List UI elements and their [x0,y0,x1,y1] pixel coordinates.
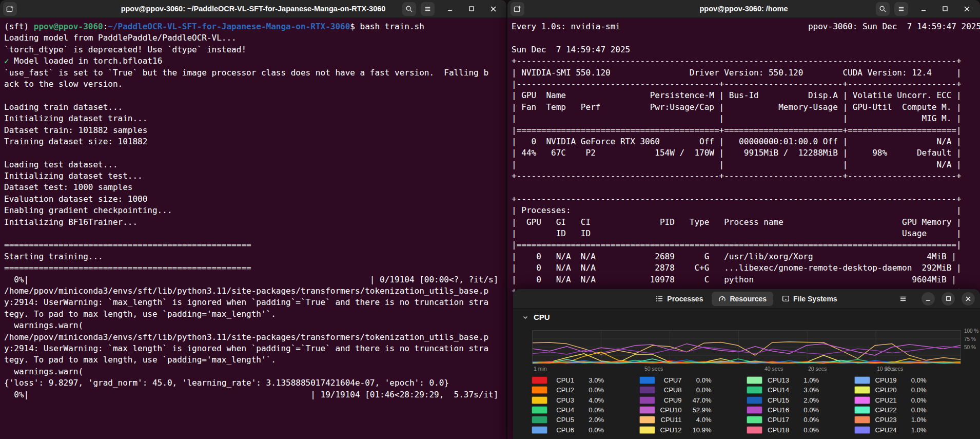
terminal-line: | GPU Name Persistence-M | Bus-Id Disp.A… [512,90,980,101]
new-tab-icon [514,5,521,13]
cpu-color-swatch [747,376,762,384]
cpu-legend-item: CPU60.0% [532,425,639,434]
maximize-button[interactable] [465,3,478,15]
primary-menu-button[interactable] [896,292,910,306]
terminal-line: +---------------------------------------… [512,55,980,67]
cpu-color-swatch [639,386,655,394]
cpu-color-swatch [854,406,870,414]
close-button[interactable] [962,292,975,306]
cpu-usage-value: 3.0% [574,376,604,384]
cpu-legend-item: CPU114.0% [639,415,747,425]
terminal-line: | | | N/A | [512,159,980,170]
minimize-button[interactable] [917,3,930,15]
terminal-line: 0%| | 19/19104 [01:46<28:29:29, 5.37s/it… [4,389,506,400]
cpu-name: CPU4 [547,406,574,414]
terminal-output-nvidia-smi[interactable]: Every 1.0s: nvidia-smi ppov-3060: Sun De… [507,18,980,297]
terminal-line: | 0 N/A N/A 10978 C python 9604MiB | [512,274,980,285]
search-button[interactable] [402,2,416,16]
cpu-legend-item: CPU20.0% [532,385,639,395]
terminal-line: y:2914: UserWarning: `max_length` is ign… [4,343,506,354]
new-tab-button[interactable] [511,2,524,16]
tab-resources[interactable]: Resources [712,292,773,306]
tab-processes[interactable]: Processes [649,292,710,306]
menu-button[interactable] [421,2,435,16]
system-monitor-headerbar[interactable]: Processes Resources File Systems [513,289,980,309]
left-terminal-titlebar[interactable]: ppov@ppov-3060: ~/PaddleOCR-VL-SFT-for-J… [0,0,506,18]
cpu-color-swatch [747,396,762,404]
x-axis-labels: 1 min 50 secs 40 secs 30 secs 20 secs 10… [532,366,961,373]
minimize-button[interactable] [922,292,935,306]
cpu-legend-item: CPU160.0% [747,405,854,415]
terminal-line: y:2914: UserWarning: `max_length` is ign… [4,297,506,308]
y-axis-tick-100: 100 % [964,328,978,334]
terminal-line: | 44% 67C P2 154W / 170W | 9915MiB / 122… [512,147,980,159]
terminal-line: | 0 NVIDIA GeForce RTX 3060 Off | 000000… [512,136,980,147]
terminal-line: /home/ppov/miniconda3/envs/sft/lib/pytho… [4,332,506,343]
terminal-line: Evaluation dataset size: 1000 [4,194,506,205]
cpu-usage-value: 47.0% [682,396,712,404]
cpu-name: CPU22 [870,406,897,414]
y-axis-tick-50: 50 % [964,345,976,350]
view-switcher: Processes Resources File Systems [649,292,844,306]
cpu-legend-item: CPU180.0% [747,425,854,434]
terminal-line: Every 1.0s: nvidia-smi ppov-3060: Sun De… [512,21,980,32]
cpu-name: CPU14 [762,386,789,394]
cpu-color-swatch [532,376,547,384]
terminal-line: Dataset test: 1000 samples [4,182,506,193]
terminal-line: Training dataset size: 101882 [4,136,506,147]
cpu-usage-value: 0.0% [897,386,927,394]
cpu-legend-item: CPU190.0% [854,375,962,385]
terminal-line: Loading test dataset... [4,159,506,170]
close-button[interactable] [961,3,973,15]
cpu-color-swatch [532,416,547,424]
close-icon [490,6,497,12]
right-terminal-titlebar[interactable]: ppov@ppov-3060: /home [507,0,980,18]
close-icon [965,296,971,302]
cpu-color-swatch [639,426,655,434]
maximize-button[interactable] [942,292,955,306]
terminal-line [4,147,506,159]
cpu-usage-value: 0.0% [789,416,819,424]
cpu-usage-graph [532,330,961,364]
terminal-line: Dataset train: 101882 samples [4,125,506,136]
search-button[interactable] [876,2,890,16]
maximize-button[interactable] [939,3,951,15]
terminal-line: | 0 N/A N/A 2689 G /usr/lib/xorg/Xorg 4M… [512,251,980,262]
cpu-legend-item: CPU34.0% [532,395,639,405]
terminal-line [512,182,980,193]
cpu-color-swatch [639,416,655,424]
cpu-section-header[interactable]: CPU [522,313,550,321]
cpu-name: CPU8 [655,386,682,394]
cpu-legend-item: CPU80.0% [639,385,747,395]
cpu-usage-value: 0.0% [897,406,927,414]
cpu-usage-value: 0.0% [789,406,819,414]
new-tab-button[interactable] [3,2,17,16]
cpu-color-swatch [532,426,547,434]
cpu-legend-item: CPU241.0% [854,425,962,434]
cpu-usage-value: 0.0% [682,386,712,394]
maximize-icon [946,296,951,301]
cpu-legend-item: CPU231.0% [854,415,962,425]
maximize-icon [468,6,475,12]
terminal-line: {'loss': 9.8297, 'grad_norm': 45.0, 'lea… [4,377,506,389]
minimize-button[interactable] [444,3,456,15]
terminal-output-training[interactable]: (sft) ppov@ppov-3060:~/PaddleOCR-VL-SFT-… [0,18,506,400]
cpu-name: CPU21 [870,396,897,404]
close-button[interactable] [487,3,499,15]
hamburger-menu-icon [897,5,905,13]
terminal-line: warnings.warn( [4,320,506,331]
terminal-line: | | | MIG M. | [512,113,980,124]
cpu-usage-value: 0.0% [574,426,604,434]
x-axis-tick: 1 min [534,366,547,372]
cpu-color-swatch [854,426,870,434]
cpu-usage-value: 1.0% [897,426,927,434]
cpu-usage-value: 0.0% [574,386,604,394]
cpu-name: CPU2 [547,386,574,394]
tab-file-systems[interactable]: File Systems [775,292,844,306]
menu-button[interactable] [894,2,908,16]
cpu-name: CPU5 [547,416,574,424]
cpu-name: CPU9 [655,396,682,404]
cpu-legend-item: CPU13.0% [532,375,639,385]
hamburger-menu-icon [424,5,432,13]
terminal-line: 0%| | 0/19104 [00:00<?, ?it/s] [4,274,506,285]
